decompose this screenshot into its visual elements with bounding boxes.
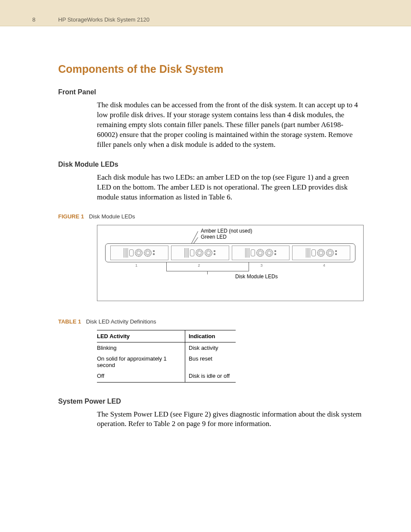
running-title: HP StorageWorks Disk System 2120 [58,16,149,23]
slot-num: 4 [323,263,325,268]
figure1-label-bottom: Disk Module LEDs [235,274,278,280]
table-cell: Disk is idle or off [185,370,236,383]
disk-module [110,246,168,260]
table-cell: Disk activity [185,342,236,353]
section-body-disk-module-leds: Each disk module has two LEDs: an amber … [97,173,364,202]
table-row: Off Disk is idle or off [97,370,236,383]
table-header: LED Activity [97,330,185,342]
chassis-illustration [105,243,355,262]
section-body-system-power-led: The System Power LED (see Figure 2) give… [97,410,364,429]
section-body-front-panel: The disk modules can be accessed from th… [97,100,364,150]
bracket-line [166,262,249,271]
table-cell: On solid for approximately 1 second [97,353,185,370]
table1-caption-key: TABLE 1 [58,318,81,325]
figure1-caption-key: FIGURE 1 [58,213,84,220]
disk-module [171,246,229,260]
content-area: Components of the Disk System Front Pane… [0,26,411,457]
table-cell: Blinking [97,342,185,353]
section-heading-front-panel: Front Panel [58,88,364,96]
figure1-label-amber: Amber LED (not used) [201,228,252,234]
disk-module [232,246,290,260]
figure1-label-green: Green LED [201,234,252,240]
table-header: Indication [185,330,236,342]
slot-num: 1 [135,263,137,268]
figure1-caption-text: Disk Module LEDs [89,213,135,220]
table-cell: Bus reset [185,353,236,370]
page-header: 8 HP StorageWorks Disk System 2120 [0,0,411,26]
table-row: On solid for approximately 1 second Bus … [97,353,236,370]
section-heading-system-power-led: System Power LED [58,398,364,405]
page-number: 8 [32,16,35,23]
table-row: Blinking Disk activity [97,342,236,353]
table1-caption: TABLE 1 Disk LED Activity Definitions [58,318,364,325]
page-title: Components of the Disk System [58,63,364,75]
page: 8 HP StorageWorks Disk System 2120 Compo… [0,0,411,532]
slot-num: 3 [261,263,263,268]
section-heading-disk-module-leds: Disk Module LEDs [58,161,364,168]
figure1: Amber LED (not used) Green LED [97,225,364,301]
figure1-top-annotations: Amber LED (not used) Green LED [201,228,252,240]
bracket-stem [207,271,208,274]
figure1-caption: FIGURE 1 Disk Module LEDs [58,213,364,220]
table-cell: Off [97,370,185,383]
table-header-row: LED Activity Indication [97,330,236,342]
disk-module [292,246,350,260]
table1: LED Activity Indication Blinking Disk ac… [97,330,236,383]
table1-caption-text: Disk LED Activity Definitions [86,318,156,325]
